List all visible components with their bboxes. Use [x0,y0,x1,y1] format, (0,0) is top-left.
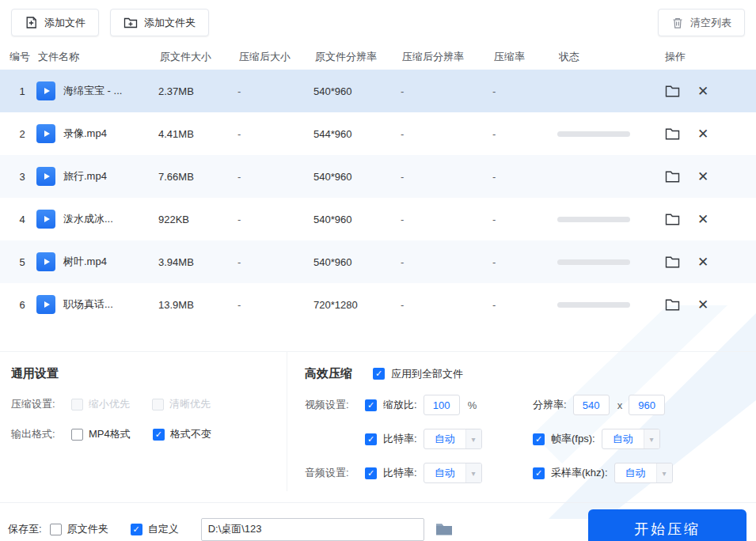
shrink-first-checkbox[interactable] [71,399,83,410]
keep-format-label: 格式不变 [170,427,211,441]
row-number: 6 [8,299,36,311]
open-folder-icon[interactable] [665,298,680,312]
resolution-width-input[interactable] [573,395,610,415]
orig-size: 922KB [158,214,237,225]
clear-list-button[interactable]: 清空列表 [658,9,745,36]
video-bitrate-value: 自动 [424,432,465,446]
open-folder-icon[interactable] [665,255,680,269]
orig-res: 544*960 [313,128,401,140]
orig-size: 2.37MB [158,85,237,97]
progress-bar [557,131,630,137]
clear-list-label: 清空列表 [690,16,731,30]
custom-path-checkbox[interactable] [131,524,142,535]
comp-res: - [401,256,492,268]
video-bitrate-label: 比特率: [383,432,417,446]
orig-size: 13.9MB [158,299,237,311]
video-thumbnail-play-icon [36,167,55,186]
ratio: - [492,214,557,225]
open-folder-icon[interactable] [665,85,680,98]
table-row[interactable]: 4 泼水成冰... 922KB - 540*960 - - ✕ [0,198,756,240]
video-thumbnail-play-icon [36,124,55,143]
trash-icon [671,17,684,29]
clarity-first-checkbox[interactable] [152,399,164,410]
open-folder-icon[interactable] [665,213,680,226]
col-header-orig-size: 原文件大小 [158,50,237,64]
audio-bitrate-value: 自动 [424,466,465,480]
col-header-ratio: 压缩率 [492,50,557,64]
ratio: - [492,256,557,268]
comp-res: - [401,214,492,225]
ratio: - [492,128,557,140]
general-settings-title: 通用设置 [11,366,272,381]
orig-res: 540*960 [313,171,401,183]
table-row[interactable]: 1 海绵宝宝 - ... 2.37MB - 540*960 - - ✕ [0,70,756,112]
comp-res: - [401,171,492,183]
open-folder-icon[interactable] [665,170,680,183]
file-name: 录像.mp4 [63,127,107,141]
open-folder-icon[interactable] [665,127,680,141]
row-number: 1 [8,85,36,97]
original-folder-checkbox[interactable] [50,524,62,535]
remove-file-icon[interactable]: ✕ [697,213,709,226]
scale-input[interactable] [424,395,460,415]
table-row[interactable]: 2 录像.mp4 4.41MB - 544*960 - - ✕ [0,112,756,155]
remove-file-icon[interactable]: ✕ [697,85,709,98]
file-name: 树叶.mp4 [63,255,107,269]
video-bitrate-select[interactable]: 自动 ▾ [424,429,482,449]
scale-label: 缩放比: [383,398,417,412]
toolbar: 添加文件 添加文件夹 清空列表 [0,0,756,44]
col-header-no: 编号 [8,50,36,64]
file-name: 泼水成冰... [63,212,113,226]
chevron-down-icon: ▾ [644,429,659,448]
row-number: 3 [8,171,36,183]
col-header-comp-res: 压缩后分辨率 [401,50,492,64]
progress-bar [557,302,630,308]
fps-select[interactable]: 自动 ▾ [602,429,660,449]
col-header-ops: 操作 [663,50,750,64]
browse-folder-icon[interactable] [435,522,453,536]
add-folder-button[interactable]: 添加文件夹 [110,9,209,36]
add-folder-label: 添加文件夹 [144,16,196,30]
col-header-name: 文件名称 [36,50,158,64]
file-name: 海绵宝宝 - ... [63,84,122,98]
audio-bitrate-label: 比特率: [383,466,417,480]
add-file-button[interactable]: 添加文件 [11,9,99,36]
clarity-first-label: 清晰优先 [169,397,211,411]
remove-file-icon[interactable]: ✕ [697,170,709,183]
orig-size: 3.94MB [158,256,237,268]
sample-rate-checkbox[interactable] [533,467,545,479]
table-row[interactable]: 6 职场真话... 13.9MB - 720*1280 - - ✕ [0,283,756,326]
video-bitrate-checkbox[interactable] [365,433,377,445]
shrink-first-label: 缩小优先 [89,397,130,411]
add-file-label: 添加文件 [44,16,85,30]
orig-res: 540*960 [313,85,401,97]
chevron-down-icon: ▾ [465,463,481,482]
video-thumbnail-play-icon [36,210,55,229]
comp-size: - [237,256,313,268]
row-number: 4 [8,214,36,225]
video-thumbnail-play-icon [36,252,55,271]
resolution-height-input[interactable] [629,395,665,415]
mp4-format-checkbox[interactable] [71,429,83,441]
save-path-input[interactable] [201,518,424,541]
sample-rate-value: 自动 [615,466,656,480]
progress-bar [557,217,630,222]
col-header-status: 状态 [557,50,663,64]
table-row[interactable]: 5 树叶.mp4 3.94MB - 540*960 - - ✕ [0,240,756,283]
remove-file-icon[interactable]: ✕ [697,127,709,141]
audio-bitrate-checkbox[interactable] [365,467,377,479]
start-compression-button[interactable]: 开始压缩 [588,509,747,541]
remove-file-icon[interactable]: ✕ [697,298,709,312]
audio-bitrate-select[interactable]: 自动 ▾ [424,463,482,483]
remove-file-icon[interactable]: ✕ [697,255,709,269]
keep-format-checkbox[interactable] [153,429,165,441]
sample-rate-select[interactable]: 自动 ▾ [614,463,673,483]
apply-all-checkbox[interactable] [373,368,385,380]
table-row[interactable]: 3 旅行.mp4 7.66MB - 540*960 - - ✕ [0,155,756,198]
comp-size: - [237,128,313,140]
file-name: 职场真话... [63,297,113,312]
scale-checkbox[interactable] [365,399,377,411]
fps-value: 自动 [602,432,644,446]
ratio: - [492,85,557,97]
fps-checkbox[interactable] [533,433,545,445]
